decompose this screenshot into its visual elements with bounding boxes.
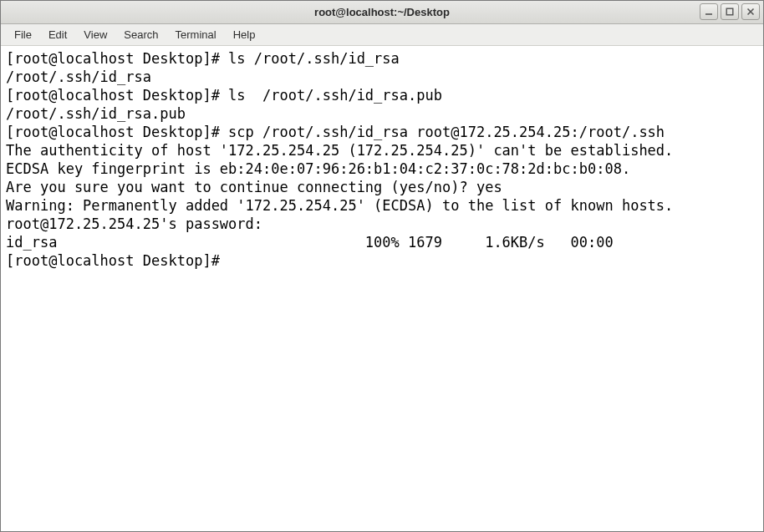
terminal-prompt: [root@localhost Desktop]#	[6, 252, 228, 269]
minimize-button[interactable]	[700, 3, 718, 20]
terminal-line: /root/.ssh/id_rsa	[6, 68, 151, 85]
terminal-line: [root@localhost Desktop]# ls /root/.ssh/…	[6, 87, 442, 104]
svg-rect-1	[726, 8, 733, 15]
terminal-window: root@localhost:~/Desktop File Edit View …	[0, 0, 764, 532]
terminal-line: [root@localhost Desktop]# scp /root/.ssh…	[6, 124, 665, 140]
terminal-line: root@172.25.254.25's password:	[6, 215, 271, 232]
maximize-button[interactable]	[721, 3, 739, 20]
menu-file[interactable]: File	[6, 26, 40, 43]
menubar: File Edit View Search Terminal Help	[1, 24, 763, 46]
terminal-line: ECDSA key fingerprint is eb:24:0e:07:96:…	[6, 160, 630, 177]
terminal-line: Are you sure you want to continue connec…	[6, 179, 502, 195]
menu-terminal[interactable]: Terminal	[167, 26, 225, 43]
window-title: root@localhost:~/Desktop	[314, 6, 450, 18]
menu-edit[interactable]: Edit	[40, 26, 75, 43]
titlebar: root@localhost:~/Desktop	[1, 1, 763, 24]
menu-search[interactable]: Search	[115, 26, 166, 43]
close-button[interactable]	[741, 3, 760, 20]
menu-view[interactable]: View	[75, 26, 115, 43]
window-controls	[700, 3, 760, 20]
terminal-line: /root/.ssh/id_rsa.pub	[6, 105, 186, 122]
terminal-output[interactable]: [root@localhost Desktop]# ls /root/.ssh/…	[1, 46, 763, 531]
terminal-line: The authenticity of host '172.25.254.25 …	[6, 142, 673, 159]
terminal-line: Warning: Permanently added '172.25.254.2…	[6, 197, 673, 214]
terminal-line: id_rsa 100% 1679 1.6KB/s 00:00	[6, 234, 648, 251]
menu-help[interactable]: Help	[225, 26, 264, 43]
terminal-line: [root@localhost Desktop]# ls /root/.ssh/…	[6, 50, 400, 67]
